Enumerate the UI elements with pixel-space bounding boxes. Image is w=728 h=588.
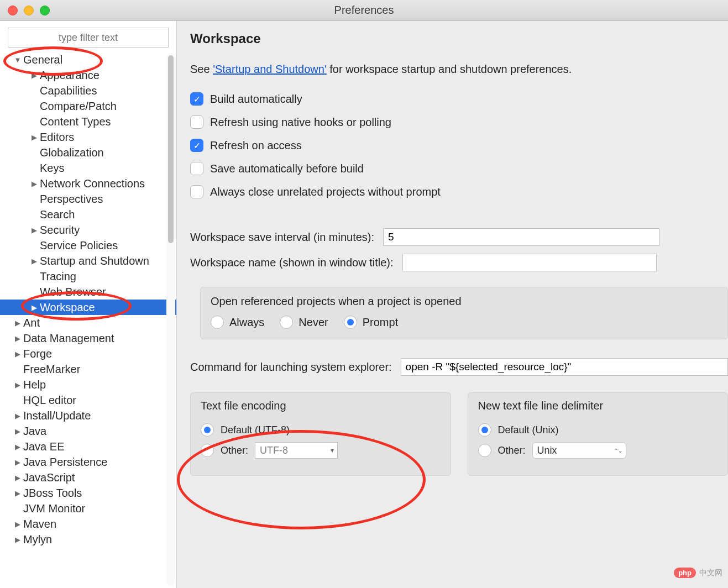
tree-item-workspace[interactable]: ▶Workspace [0,300,176,315]
encoding-other-radio[interactable] [201,444,214,457]
tree-item-compare-patch[interactable]: ▶Compare/Patch [0,98,176,114]
startup-shutdown-link[interactable]: 'Startup and Shutdown' [213,63,327,75]
checkbox-label: Always close unrelated projects without … [210,186,441,198]
filter-input[interactable] [8,28,169,48]
tree-item-mylyn[interactable]: ▶Mylyn [0,532,176,547]
delimiter-other-radio[interactable] [478,444,491,457]
chevron-right-icon[interactable]: ▶ [13,334,22,343]
checkbox[interactable] [190,116,203,129]
tree-item-label: Workspace [40,301,95,314]
tree-item-label: Web Browser [40,286,106,298]
zoom-icon[interactable] [40,6,50,15]
tree-item-startup-and-shutdown[interactable]: ▶Startup and Shutdown [0,253,176,269]
chevron-down-icon[interactable]: ▼ [13,56,22,64]
tree-item-tracing[interactable]: ▶Tracing [0,269,176,284]
tree-item-freemarker[interactable]: ▶FreeMarker [0,361,176,377]
chevron-right-icon[interactable]: ▶ [13,412,22,420]
desc-suffix: for workspace startup and shutdown prefe… [327,63,572,75]
check-row: Refresh using native hooks or polling [190,116,728,129]
preferences-tree: ▼General▶Appearance▶Capabilities▶Compare… [0,51,176,547]
tree-item-help[interactable]: ▶Help [0,377,176,392]
line-delimiter-group: New text file line delimiter Default (Un… [468,392,729,476]
tree-item-forge[interactable]: ▶Forge [0,346,176,361]
tree-item-java-ee[interactable]: ▶Java EE [0,439,176,454]
checkbox[interactable] [190,162,203,175]
tree-item-jvm-monitor[interactable]: ▶JVM Monitor [0,501,176,516]
chevron-right-icon[interactable]: ▶ [13,350,22,358]
save-interval-input[interactable] [383,228,659,246]
window-titlebar: Preferences [0,0,728,21]
scroll-thumb[interactable] [168,55,174,243]
chevron-right-icon[interactable]: ▶ [30,257,39,265]
tree-item-keys[interactable]: ▶Keys [0,160,176,176]
chevron-right-icon[interactable]: ▶ [30,133,39,141]
tree-item-java[interactable]: ▶Java [0,423,176,439]
chevron-right-icon[interactable]: ▶ [30,226,39,234]
radio[interactable] [280,316,293,329]
check-row: ✓Refresh on access [190,139,728,152]
tree-item-service-policies[interactable]: ▶Service Policies [0,238,176,253]
sidebar-scrollbar[interactable] [166,53,175,586]
chevron-right-icon[interactable]: ▶ [13,474,22,482]
tree-item-label: Compare/Patch [40,100,117,113]
explorer-command-input[interactable] [401,358,728,376]
preferences-sidebar: ▼General▶Appearance▶Capabilities▶Compare… [0,21,177,588]
checkbox[interactable]: ✓ [190,92,203,106]
chevron-right-icon[interactable]: ▶ [13,536,22,544]
check-row: Always close unrelated projects without … [190,185,728,198]
radio-label: Always [229,316,264,329]
tree-item-globalization[interactable]: ▶Globalization [0,145,176,160]
tree-item-maven[interactable]: ▶Maven [0,516,176,532]
chevron-right-icon[interactable]: ▶ [13,520,22,528]
delimiter-other-combo[interactable]: Unix ⌃⌄ [532,442,626,459]
open-referenced-title: Open referenced projects when a project … [211,295,717,308]
checkbox[interactable]: ✓ [190,139,203,152]
text-encoding-group: Text file encoding Default (UTF-8) Other… [190,392,451,476]
chevron-right-icon[interactable]: ▶ [13,319,22,327]
chevron-right-icon[interactable]: ▶ [13,443,22,451]
chevron-right-icon[interactable]: ▶ [13,381,22,389]
delimiter-default-radio[interactable] [478,423,491,437]
tree-item-java-persistence[interactable]: ▶Java Persistence [0,454,176,470]
tree-item-hql-editor[interactable]: ▶HQL editor [0,392,176,408]
tree-item-label: Java Persistence [23,456,107,469]
chevron-right-icon[interactable]: ▶ [30,180,39,188]
tree-item-appearance[interactable]: ▶Appearance [0,67,176,83]
checkbox[interactable] [190,185,203,198]
encoding-default-radio[interactable] [201,423,214,437]
tree-item-general[interactable]: ▼General [0,52,176,67]
tree-item-perspectives[interactable]: ▶Perspectives [0,191,176,207]
tree-item-install-update[interactable]: ▶Install/Update [0,408,176,423]
tree-item-label: General [23,54,62,66]
tree-item-jboss-tools[interactable]: ▶JBoss Tools [0,485,176,501]
minimize-icon[interactable] [24,6,34,15]
workspace-name-input[interactable] [402,254,657,271]
radio-option-always[interactable]: Always [211,316,264,329]
radio-option-prompt[interactable]: Prompt [344,316,398,329]
traffic-lights [8,6,50,15]
tree-item-javascript[interactable]: ▶JavaScript [0,470,176,485]
tree-item-data-management[interactable]: ▶Data Management [0,330,176,346]
check-row: ✓Build automatically [190,92,728,106]
tree-item-ant[interactable]: ▶Ant [0,315,176,330]
tree-item-network-connections[interactable]: ▶Network Connections [0,176,176,191]
chevron-right-icon[interactable]: ▶ [30,71,39,80]
close-icon[interactable] [8,6,18,15]
chevron-right-icon[interactable]: ▶ [13,458,22,466]
encoding-other-combo[interactable]: UTF-8 ▾ [255,442,338,459]
tree-item-search[interactable]: ▶Search [0,207,176,222]
radio[interactable] [344,316,357,329]
radio[interactable] [211,316,224,329]
chevron-right-icon[interactable]: ▶ [30,303,39,312]
page-title: Workspace [190,31,728,46]
window-title: Preferences [0,4,728,17]
tree-item-content-types[interactable]: ▶Content Types [0,114,176,129]
tree-item-capabilities[interactable]: ▶Capabilities [0,83,176,98]
tree-item-web-browser[interactable]: ▶Web Browser [0,284,176,300]
chevron-right-icon[interactable]: ▶ [13,427,22,435]
explorer-command-label: Command for launching system explorer: [190,361,392,374]
tree-item-editors[interactable]: ▶Editors [0,129,176,145]
tree-item-security[interactable]: ▶Security [0,222,176,238]
chevron-right-icon[interactable]: ▶ [13,489,22,497]
radio-option-never[interactable]: Never [280,316,328,329]
